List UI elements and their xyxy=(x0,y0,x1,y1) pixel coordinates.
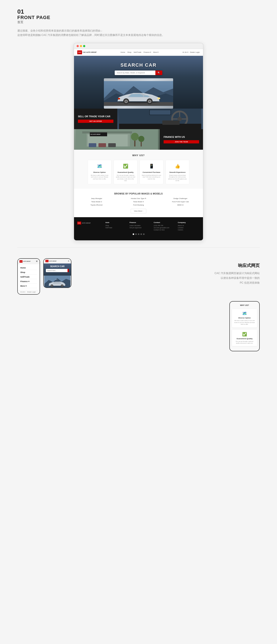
nav-user[interactable]: Hi Jin ▾ xyxy=(182,51,188,53)
phone-menu-sell[interactable]: Sell/Trade xyxy=(20,275,37,279)
content-area: SEARCH CAR 🔍 xyxy=(74,56,203,240)
svg-point-35 xyxy=(138,136,144,142)
why-mobile-title: WHY US? xyxy=(232,304,257,306)
sell-trade-image xyxy=(117,108,203,129)
footer-lease-link[interactable]: Lease calculator xyxy=(130,225,152,226)
phone-bar-2: CAC AUTO GROUP ≡ xyxy=(44,259,71,264)
description-text: 通过搜索、业务介绍和优势简单直接的展示我们的服务和选择我们的理由； 这使得即使是… xyxy=(17,28,260,38)
sell-trade-content: SELL OR TRADE YOUR CAR GET AN OFFER xyxy=(74,108,117,129)
convenient-title: Convenient Purchase xyxy=(142,171,162,173)
nav-sell[interactable]: Sell/Trade xyxy=(134,51,141,53)
responsive-title: 响应式网页 xyxy=(78,262,260,268)
quality-text: Our cars go through a rigorous quality a… xyxy=(116,174,136,182)
phone-bottom: Hi Jin ▾ Dealer Login xyxy=(18,290,40,294)
nav-shop[interactable]: Shop xyxy=(127,51,131,53)
footer-shop-link[interactable]: Shop xyxy=(106,225,128,226)
nav-links[interactable]: Home Shop Sell/Trade Finance ▾ More ▾ xyxy=(120,51,158,53)
footer-col-contact: Contact (123) 456-789 cac.auto.group@d.c… xyxy=(154,222,176,231)
browse-item-6[interactable]: Toyota 4Runner xyxy=(77,204,116,206)
browse-item-1[interactable]: Honda Civic Type R xyxy=(119,198,158,200)
nav-dealer[interactable]: Dealer Login xyxy=(190,51,200,53)
footer-email[interactable]: cac.auto.group@d.com xyxy=(154,227,176,228)
browse-item-4[interactable]: Tesla Model 4 xyxy=(119,201,158,203)
why-mobile-card-quality: ✅ Guaranteed Quality Our cars go through… xyxy=(232,330,257,346)
view-more-button[interactable]: View More › xyxy=(131,209,146,213)
footer-about[interactable]: About Us xyxy=(178,225,200,226)
phone-menu-shop[interactable]: Shop xyxy=(20,270,37,274)
finance-title: FINANCE WITH US xyxy=(164,136,199,138)
browse-item-5[interactable]: Ford F150 Super Cab xyxy=(161,201,200,203)
phone-menu-finance[interactable]: Finance ▾ xyxy=(20,280,37,284)
footer-dot-5[interactable] xyxy=(143,234,144,235)
phone-hi-jin[interactable]: Hi Jin ▾ xyxy=(20,291,25,293)
search-input[interactable] xyxy=(115,70,156,75)
phone-search-input[interactable] xyxy=(46,269,68,272)
why-card-quality: ✅ Guaranteed Quality Our cars go through… xyxy=(114,160,138,184)
convenient-icon: 📱 xyxy=(148,163,155,170)
phone-dealer-login[interactable]: Dealer Login xyxy=(27,291,36,293)
why-mobile-diverse-title: Diverse Option xyxy=(234,317,255,319)
why-mobile-card-diverse: 🗺️ Diverse Option We have a wide variety… xyxy=(232,309,257,327)
search-button[interactable]: 🔍 xyxy=(156,70,162,75)
footer-sell-link[interactable]: Sell/Trade xyxy=(106,227,128,228)
browse-item-7[interactable]: Ford Mustang xyxy=(119,204,158,206)
browse-item-0[interactable]: Jeep Wrangler xyxy=(77,198,116,200)
browse-grid: Jeep Wrangler Honda Civic Type R Dodge C… xyxy=(77,198,200,206)
hamburger-icon[interactable]: ≡ xyxy=(68,260,69,262)
footer-dot-3[interactable] xyxy=(138,234,139,235)
footer-preapproved-link[interactable]: Get pre-approved xyxy=(130,227,152,228)
mobile-mockups: CAC AUTO GROUP ✕ Home Shop Sell/Trade Fi… xyxy=(17,258,72,295)
section-title: FRONT PAGE xyxy=(17,15,260,20)
phone-search-button[interactable]: 🔍 xyxy=(68,269,69,272)
search-bar[interactable]: 🔍 xyxy=(115,70,162,75)
why-mobile-quality-icon: ✅ xyxy=(234,332,255,336)
svg-point-40 xyxy=(51,285,52,286)
sell-trade-title: SELL OR TRADE YOUR CAR xyxy=(78,115,114,118)
footer-dot-2[interactable] xyxy=(135,234,137,235)
footer-contact-us[interactable]: Contact Us Now xyxy=(154,229,176,230)
nav-home[interactable]: Home xyxy=(120,51,125,53)
phone1-close-icon[interactable]: ✕ xyxy=(36,260,38,263)
footer-pagination-dots xyxy=(77,231,200,237)
footer-phone[interactable]: (123) 456-789 xyxy=(154,225,176,226)
join-team-button[interactable]: JOIN THE TEAM xyxy=(164,140,199,144)
svg-rect-31 xyxy=(108,143,116,147)
footer-col-finance: Finance Lease calculator Get pre-approve… xyxy=(130,222,152,231)
car-silhouette xyxy=(104,78,173,108)
dealership-image: CAC AUTO GROUP xyxy=(74,129,160,150)
footer-careers[interactable]: Careers xyxy=(178,229,200,230)
svg-rect-12 xyxy=(118,98,120,99)
responsive-text: 响应式网页 CAC 汽车集团网页被设计为响应式网站 以便在各种设备环境中提供一致… xyxy=(78,258,260,285)
sell-trade-block: SELL OR TRADE YOUR CAR GET AN OFFER xyxy=(74,108,203,129)
site-footer: CAC AUTO GROUP Auto Shop Sell/Trade Fina… xyxy=(74,217,203,240)
nav-finance[interactable]: Finance ▾ xyxy=(144,51,151,53)
finance-content: FINANCE WITH US JOIN THE TEAM xyxy=(160,129,203,150)
browse-item-3[interactable]: Tesla Model 3 xyxy=(77,201,116,203)
browser-bar xyxy=(74,43,203,49)
get-offer-button[interactable]: GET AN OFFER xyxy=(78,120,114,123)
phone-menu-home[interactable]: Home xyxy=(20,266,37,270)
svg-text:CAC: CAC xyxy=(55,279,58,280)
footer-dot-1[interactable] xyxy=(133,234,134,235)
svg-point-42 xyxy=(62,285,63,286)
footer-col-auto: Auto Shop Sell/Trade xyxy=(106,222,128,231)
why-card-diverse: 🗺️ Diverse Option We have a wide variety… xyxy=(88,160,112,184)
footer-location[interactable]: Location xyxy=(178,227,200,228)
why-card-smooth: 👍 Smooth Experience Simply browse and pu… xyxy=(166,160,189,184)
browser-mockup: CAC CAC AUTO GROUP Home Shop Sell/Trade … xyxy=(74,43,204,241)
browse-section: BROWSE BY POPULAR MAKES & MODELS Jeep Wr… xyxy=(74,189,203,217)
why-us-title: WHY US? xyxy=(77,154,200,156)
browse-item-8[interactable]: BMW i3 xyxy=(161,204,200,206)
promo-blocks: SELL OR TRADE YOUR CAR GET AN OFFER xyxy=(74,108,203,150)
logo-text: CAC AUTO GROUP xyxy=(83,52,96,53)
phone-bar-1: CAC AUTO GROUP ✕ xyxy=(18,259,40,264)
hero-title: SEARCH CAR xyxy=(78,62,199,68)
phone-car-silhouette: CAC xyxy=(44,276,70,288)
phone-search-bar[interactable]: 🔍 xyxy=(46,269,69,272)
nav-more[interactable]: More ▾ xyxy=(153,51,158,53)
section-number: 01 xyxy=(17,9,24,15)
browse-item-2[interactable]: Dodge Challenger xyxy=(161,198,200,200)
why-mobile-diverse-icon: 🗺️ xyxy=(234,311,255,316)
footer-dot-4[interactable] xyxy=(140,234,142,235)
phone-menu-more[interactable]: More ▾ xyxy=(20,284,37,288)
